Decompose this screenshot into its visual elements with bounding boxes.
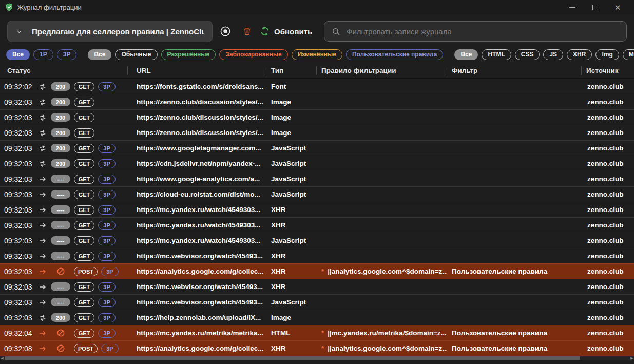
search-input[interactable] — [347, 27, 619, 36]
column-header-rule: Правило фильтрации — [316, 64, 447, 78]
status-code-badge: ---- — [51, 190, 70, 199]
cell-status: 09:32:08 POST 3P — [0, 341, 127, 356]
status-code-badge: ---- — [51, 298, 70, 306]
cell-filter — [447, 79, 581, 94]
cell-rule — [316, 141, 447, 156]
request-time: 09:32:03 — [4, 252, 36, 260]
log-row[interactable]: 09:32:04 GET 3P https://mc.yandex.ru/met… — [0, 325, 634, 340]
arrow-right-icon — [39, 221, 47, 229]
request-time: 09:32:03 — [4, 98, 36, 106]
scroll-left-arrow-icon[interactable]: ◀ — [0, 356, 4, 360]
column-header-filter: Фильтр — [447, 64, 581, 78]
log-row[interactable]: 09:32:03 200 GET 3P https://zenno.club/d… — [0, 109, 634, 125]
request-time: 09:32:03 — [4, 267, 36, 276]
refresh-label: Обновить — [274, 27, 312, 36]
cell-status: 09:32:03 ---- GET 3P — [0, 202, 127, 217]
cell-filter: Пользовательские правила — [447, 264, 581, 279]
log-row[interactable]: 09:32:03 ---- GET 3P https://cloud-eu.ro… — [0, 186, 634, 202]
filter-chip-resource-type-media[interactable]: Media — [623, 49, 634, 60]
third-party-badge: 3P — [98, 144, 116, 153]
close-button[interactable]: ✕ — [606, 0, 629, 14]
refresh-button[interactable]: Обновить — [260, 26, 312, 36]
toolbar: Предлагаю для селлеров правила | ZennoCl… — [0, 14, 634, 48]
log-row[interactable]: 09:32:03 200 GET 3P https://help.zennola… — [0, 310, 634, 325]
filter-chip-resource-type-css[interactable]: CSS — [515, 49, 540, 60]
cell-filter — [447, 94, 581, 109]
log-row[interactable]: 09:32:02 200 GET 3P https://fonts.gstati… — [0, 79, 634, 94]
direction-icon-wrap — [36, 283, 49, 291]
method-badge: GET — [74, 113, 94, 122]
cell-status: 09:32:03 200 GET 3P — [0, 125, 127, 140]
arrow-right-icon — [39, 298, 47, 306]
cell-source: zenno.club — [581, 187, 634, 202]
filter-chip-request-status-разрешённые[interactable]: Разрешённые — [161, 49, 216, 60]
filter-chip-request-status-все[interactable]: Все — [88, 49, 111, 60]
filter-chip-party-все[interactable]: Все — [6, 49, 30, 60]
log-row[interactable]: 09:32:08 POST 3P https://analytics.googl… — [0, 340, 634, 356]
method-badge: GET — [74, 128, 94, 138]
maximize-button[interactable] — [584, 0, 606, 14]
method-badge: GET — [74, 144, 94, 153]
direction-icon-wrap — [36, 221, 49, 229]
cell-url: https://mc.yandex.ru/watch/4549303... — [127, 233, 266, 248]
log-row[interactable]: 09:32:03 200 GET 3P https://cdn.jsdelivr… — [0, 156, 634, 171]
cell-url: https://help.zennolab.com/upload/iX... — [127, 310, 266, 325]
method-badge: POST — [74, 267, 98, 276]
method-badge: GET — [74, 82, 94, 91]
search-icon — [332, 27, 340, 36]
direction-icon-wrap — [36, 314, 49, 322]
filter-chip-party-1p[interactable]: 1P — [33, 49, 53, 60]
request-time: 09:32:03 — [4, 129, 36, 137]
filter-chip-request-status-обычные[interactable]: Обычные — [115, 49, 157, 60]
direction-icon-wrap — [36, 267, 49, 276]
window-title: Журнал фильтрации — [17, 4, 82, 11]
log-row[interactable]: 09:32:03 ---- GET 3P https://www.google-… — [0, 171, 634, 186]
log-row[interactable]: 09:32:03 ---- GET 3P https://mc.yandex.r… — [0, 217, 634, 233]
cell-status: 09:32:03 ---- GET 3P — [0, 187, 127, 202]
filter-chip-party-3p[interactable]: 3P — [57, 49, 77, 60]
close-icon: ✕ — [614, 4, 621, 11]
filter-chip-request-status-изменённые[interactable]: Изменённые — [292, 49, 342, 60]
cell-url: https://mc.webvisor.org/watch/45493... — [127, 279, 266, 294]
minimize-button[interactable] — [561, 0, 584, 14]
filter-chip-request-status-пользовательские-правила[interactable]: Пользовательские правила — [346, 49, 443, 60]
filter-chip-resource-type-все[interactable]: Все — [454, 49, 478, 60]
third-party-badge: 3P — [101, 344, 119, 353]
third-party-badge: 3P — [98, 221, 116, 230]
log-row[interactable]: 09:32:03 ---- GET 3P https://mc.yandex.r… — [0, 202, 634, 217]
log-row[interactable]: 09:32:03 ---- GET 3P https://mc.webvisor… — [0, 294, 634, 310]
third-party-badge: 3P — [98, 82, 116, 91]
scroll-right-arrow-icon[interactable]: ▶ — [630, 356, 634, 360]
status-code-badge: ---- — [51, 221, 70, 229]
filter-chip-resource-type-js[interactable]: JS — [543, 49, 563, 60]
cell-filter — [447, 310, 581, 325]
filter-log-window: Журнал фильтрации ✕ Предлагаю для селлер… — [0, 0, 634, 364]
cell-type: JavaScript — [266, 171, 316, 186]
direction-icon-wrap — [36, 129, 49, 137]
app-shield-icon — [5, 3, 13, 11]
log-row[interactable]: 09:32:03 ---- GET 3P https://mc.yandex.r… — [0, 233, 634, 248]
log-row[interactable]: 09:32:03 ---- GET 3P https://mc.webvisor… — [0, 248, 634, 263]
log-row[interactable]: 09:32:03 200 GET 3P https://zenno.club/d… — [0, 125, 634, 140]
record-button[interactable] — [217, 23, 234, 40]
column-header-source: Источник — [581, 64, 634, 78]
log-row[interactable]: 09:32:03 ---- GET 3P https://mc.webvisor… — [0, 279, 634, 294]
arrow-right-icon — [39, 175, 47, 183]
filter-chip-resource-type-html[interactable]: HTML — [482, 49, 511, 60]
log-row[interactable]: 09:32:03 200 GET 3P https://www.googleta… — [0, 140, 634, 156]
status-code-badge: 200 — [51, 82, 70, 91]
filter-chip-resource-type-img[interactable]: Img — [595, 49, 619, 60]
filter-chip-resource-type-xhr[interactable]: XHR — [567, 49, 592, 60]
log-row[interactable]: 09:32:03 POST 3P https://analytics.googl… — [0, 263, 634, 279]
filter-chip-request-status-заблокированные[interactable]: Заблокированные — [219, 49, 287, 60]
cell-rule — [316, 295, 447, 310]
cell-type: XHR — [266, 341, 316, 356]
log-row[interactable]: 09:32:03 200 GET 3P https://zenno.club/d… — [0, 94, 634, 109]
direction-icon-wrap — [36, 298, 49, 306]
horizontal-scrollbar-thumb[interactable] — [5, 356, 580, 360]
clear-log-button[interactable] — [238, 23, 256, 40]
cell-type: Image — [266, 110, 316, 125]
ruleset-dropdown[interactable]: Предлагаю для селлеров правила | ZennoCl… — [7, 21, 213, 42]
status-code-badge: 200 — [51, 313, 70, 322]
rule-text: ||analytics.google.com^$domain=z... — [328, 267, 447, 275]
